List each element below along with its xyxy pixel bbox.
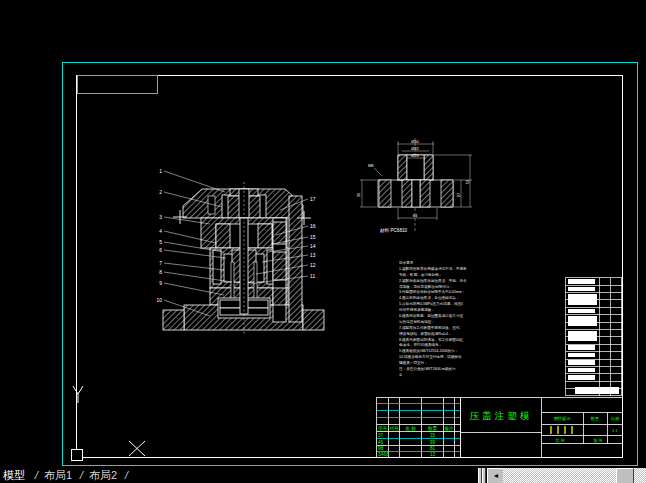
tab-separator: / [33, 467, 39, 483]
signature-marks [551, 426, 572, 434]
dim-label: Ø32 [411, 146, 419, 151]
revision-table [566, 278, 622, 396]
table-text-blocks [568, 279, 619, 394]
leader-number: 6 [159, 247, 162, 253]
leader-number: 8 [159, 269, 162, 275]
parts-header: 代号 [389, 426, 399, 431]
parts-list-table: 序号 代号 名 称 数量 备注 37 46 98 3A68 15 99 81 1… [377, 398, 461, 458]
horizontal-scrollbar-track[interactable] [503, 468, 646, 483]
title-field: 共 张 [555, 438, 565, 443]
title-field: 1:1 [612, 428, 618, 433]
note-line: 2.装配后各运动零件运动灵活、平稳、无卡 [399, 279, 469, 285]
leader-number: 14 [310, 243, 316, 249]
ucs-y-axis-label [73, 386, 83, 403]
note-line: 注：未注公差按GB/T1804-m级执行。 [399, 367, 469, 373]
leader-number: 5 [159, 239, 162, 245]
tab-layout1[interactable]: 布局1 [44, 467, 72, 483]
title-field: 第 张 [593, 438, 603, 443]
leader-number: 3 [159, 214, 162, 220]
dim-label: 30 [356, 192, 361, 197]
note-line: 1.装配前所有零件用煤油清洗干净，不得有 [399, 267, 469, 273]
leader-number: 15 [310, 234, 316, 240]
dim-label: 64 [413, 213, 418, 218]
sheet-frame [77, 76, 623, 458]
part-caption: 材料 PC6810 [379, 228, 408, 234]
ucs-x-axis-label [129, 441, 145, 456]
tab-separator: / [123, 467, 129, 483]
dim-label: Ø25 [411, 153, 419, 158]
notes-block: 技术要求 1.装配前所有零件用煤油清洗干净，不得有 毛刺、铁屑、油污等杂物； 2… [399, 261, 469, 379]
leader-number: 2 [159, 189, 162, 195]
drawing-title: 压盖注塑模 [470, 410, 533, 421]
dim-label: Ø40 [411, 139, 419, 144]
parts-cell: 13 [430, 452, 436, 457]
parts-cell: 46 [378, 440, 384, 445]
title-field: 比例 [611, 416, 619, 422]
leader-number: 16 [310, 223, 316, 229]
title-field: 图样标记 [554, 416, 572, 422]
drawing-canvas[interactable]: 1 2 3 4 5 6 7 8 9 10 17 16 15 14 13 12 1… [0, 0, 646, 467]
leader-number: 9 [159, 280, 162, 286]
leader-number: 7 [159, 260, 162, 266]
tab-separator: / [78, 467, 84, 483]
viewport-tab-rect [78, 76, 158, 94]
tab-layout2[interactable]: 布局2 [89, 467, 117, 483]
leader-number: 12 [310, 262, 316, 268]
parts-header: 名 称 [405, 426, 416, 431]
title-field: 数量 [591, 416, 599, 421]
parts-cell: 37 [378, 433, 384, 438]
scrollbar-thumb[interactable] [616, 468, 634, 483]
parts-header: 备注 [444, 426, 454, 431]
leader-number: 1 [159, 168, 162, 174]
parts-cell: 15 [430, 433, 436, 438]
leader-number: 4 [159, 228, 162, 234]
leader-number: 17 [310, 196, 316, 202]
leader-number: 11 [310, 273, 315, 279]
parts-header: 数量 [428, 426, 438, 431]
parts-cell: 98 [378, 446, 384, 451]
leader-number: 10 [156, 297, 162, 303]
dim-label: M8 [368, 163, 374, 168]
title-block: 压盖注塑模 图样标记 数量 比例 1:1 共 张 第 张 [461, 398, 623, 458]
parts-cell: 3A68 [378, 452, 389, 457]
leader-number: 13 [310, 252, 316, 258]
ucs-icon [72, 386, 146, 461]
dim-label: 52 [465, 179, 470, 184]
tab-model[interactable]: 模型 [3, 467, 25, 483]
parts-cell: 99 [430, 440, 436, 445]
tab-scrollbar-splitter[interactable] [478, 468, 487, 483]
dim-label: 27 [456, 192, 461, 197]
note-line: ① [399, 373, 469, 379]
parts-header: 序号 [378, 426, 388, 431]
parts-cell: 81 [430, 446, 436, 451]
part-detail-view: Ø40 Ø32 Ø25 64 30 27 52 M8 材料 PC6810 [356, 138, 472, 234]
autocad-window: 1 2 3 4 5 6 7 8 9 10 17 16 15 14 13 12 1… [0, 0, 646, 483]
note-line: 7.成型零件工作表面不得有划痕、压伤、 [399, 326, 469, 332]
assembly-section-view [163, 182, 324, 336]
